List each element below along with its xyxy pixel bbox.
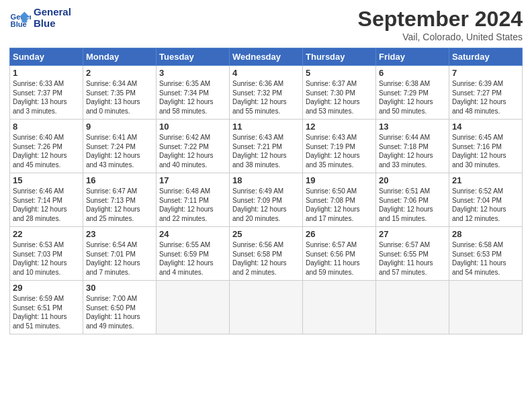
- calendar-cell: 23Sunrise: 6:54 AM Sunset: 7:01 PM Dayli…: [83, 227, 157, 281]
- calendar-cell: [303, 281, 376, 334]
- calendar-cell: 6Sunrise: 6:38 AM Sunset: 7:29 PM Daylig…: [376, 66, 449, 120]
- calendar-cell: 2Sunrise: 6:34 AM Sunset: 7:35 PM Daylig…: [83, 66, 157, 120]
- month-title: September 2024: [358, 7, 523, 32]
- day-info: Sunrise: 6:47 AM Sunset: 7:13 PM Dayligh…: [86, 187, 153, 223]
- calendar-cell: 21Sunrise: 6:52 AM Sunset: 7:04 PM Dayli…: [449, 173, 523, 227]
- calendar-cell: 18Sunrise: 6:49 AM Sunset: 7:09 PM Dayli…: [230, 173, 303, 227]
- day-info: Sunrise: 6:45 AM Sunset: 7:16 PM Dayligh…: [452, 133, 519, 169]
- day-info: Sunrise: 6:48 AM Sunset: 7:11 PM Dayligh…: [159, 187, 226, 223]
- day-info: Sunrise: 6:40 AM Sunset: 7:26 PM Dayligh…: [13, 133, 80, 169]
- day-number: 19: [306, 175, 373, 185]
- day-info: Sunrise: 6:51 AM Sunset: 7:06 PM Dayligh…: [379, 187, 446, 223]
- day-number: 18: [232, 175, 300, 185]
- day-number: 8: [13, 122, 80, 132]
- calendar-cell: 29Sunrise: 6:59 AM Sunset: 6:51 PM Dayli…: [10, 281, 83, 334]
- day-number: 2: [86, 68, 153, 78]
- logo-line2: Blue: [34, 18, 71, 30]
- day-info: Sunrise: 6:35 AM Sunset: 7:34 PM Dayligh…: [159, 79, 226, 116]
- calendar-cell: 5Sunrise: 6:37 AM Sunset: 7:30 PM Daylig…: [303, 66, 376, 120]
- calendar-cell: 12Sunrise: 6:43 AM Sunset: 7:19 PM Dayli…: [303, 120, 376, 173]
- calendar-cell: 13Sunrise: 6:44 AM Sunset: 7:18 PM Dayli…: [376, 120, 449, 173]
- day-info: Sunrise: 6:54 AM Sunset: 7:01 PM Dayligh…: [86, 240, 153, 277]
- calendar-cell: 14Sunrise: 6:45 AM Sunset: 7:16 PM Dayli…: [449, 120, 523, 173]
- weekday-header: SundayMondayTuesdayWednesdayThursdayFrid…: [10, 48, 523, 66]
- day-number: 24: [159, 229, 226, 239]
- day-number: 1: [13, 68, 80, 78]
- day-number: 16: [86, 175, 153, 185]
- day-number: 4: [232, 68, 300, 78]
- calendar-cell: 28Sunrise: 6:58 AM Sunset: 6:53 PM Dayli…: [449, 227, 523, 281]
- day-number: 17: [159, 175, 226, 185]
- day-info: Sunrise: 6:52 AM Sunset: 7:04 PM Dayligh…: [452, 187, 519, 223]
- week-row-4: 22Sunrise: 6:53 AM Sunset: 7:03 PM Dayli…: [10, 227, 523, 281]
- weekday-friday: Friday: [376, 48, 449, 66]
- calendar-table: SundayMondayTuesdayWednesdayThursdayFrid…: [9, 48, 523, 334]
- day-number: 30: [86, 283, 153, 293]
- day-info: Sunrise: 6:36 AM Sunset: 7:32 PM Dayligh…: [232, 79, 300, 116]
- day-number: 28: [452, 229, 519, 239]
- calendar-cell: 10Sunrise: 6:42 AM Sunset: 7:22 PM Dayli…: [157, 120, 230, 173]
- day-info: Sunrise: 6:59 AM Sunset: 6:51 PM Dayligh…: [13, 294, 80, 330]
- calendar-cell: [449, 281, 523, 334]
- day-number: 21: [452, 175, 519, 185]
- day-info: Sunrise: 6:33 AM Sunset: 7:37 PM Dayligh…: [13, 79, 80, 116]
- weekday-sunday: Sunday: [10, 48, 83, 66]
- day-info: Sunrise: 6:37 AM Sunset: 7:30 PM Dayligh…: [306, 79, 373, 116]
- calendar-cell: 30Sunrise: 7:00 AM Sunset: 6:50 PM Dayli…: [83, 281, 157, 334]
- day-number: 20: [379, 175, 446, 185]
- day-number: 11: [232, 122, 300, 132]
- calendar-cell: 8Sunrise: 6:40 AM Sunset: 7:26 PM Daylig…: [10, 120, 83, 173]
- day-number: 3: [159, 68, 226, 78]
- weekday-tuesday: Tuesday: [157, 48, 230, 66]
- day-number: 14: [452, 122, 519, 132]
- week-row-1: 1Sunrise: 6:33 AM Sunset: 7:37 PM Daylig…: [10, 66, 523, 120]
- calendar-cell: [230, 281, 303, 334]
- day-info: Sunrise: 6:57 AM Sunset: 6:55 PM Dayligh…: [379, 240, 446, 277]
- day-number: 29: [13, 283, 80, 293]
- day-info: Sunrise: 6:42 AM Sunset: 7:22 PM Dayligh…: [159, 133, 226, 169]
- calendar-cell: 16Sunrise: 6:47 AM Sunset: 7:13 PM Dayli…: [83, 173, 157, 227]
- day-number: 25: [232, 229, 300, 239]
- day-number: 9: [86, 122, 153, 132]
- day-info: Sunrise: 6:49 AM Sunset: 7:09 PM Dayligh…: [232, 187, 300, 223]
- day-number: 7: [452, 68, 519, 78]
- weekday-monday: Monday: [83, 48, 157, 66]
- week-row-5: 29Sunrise: 6:59 AM Sunset: 6:51 PM Dayli…: [10, 281, 523, 334]
- calendar-cell: 19Sunrise: 6:50 AM Sunset: 7:08 PM Dayli…: [303, 173, 376, 227]
- day-info: Sunrise: 6:39 AM Sunset: 7:27 PM Dayligh…: [452, 79, 519, 116]
- day-number: 23: [86, 229, 153, 239]
- calendar-cell: 26Sunrise: 6:57 AM Sunset: 6:56 PM Dayli…: [303, 227, 376, 281]
- calendar-cell: 9Sunrise: 6:41 AM Sunset: 7:24 PM Daylig…: [83, 120, 157, 173]
- day-number: 22: [13, 229, 80, 239]
- day-number: 15: [13, 175, 80, 185]
- calendar-cell: 15Sunrise: 6:46 AM Sunset: 7:14 PM Dayli…: [10, 173, 83, 227]
- day-info: Sunrise: 6:55 AM Sunset: 6:59 PM Dayligh…: [159, 240, 226, 277]
- day-info: Sunrise: 6:43 AM Sunset: 7:19 PM Dayligh…: [306, 133, 373, 169]
- day-info: Sunrise: 6:43 AM Sunset: 7:21 PM Dayligh…: [232, 133, 300, 169]
- calendar-cell: 27Sunrise: 6:57 AM Sunset: 6:55 PM Dayli…: [376, 227, 449, 281]
- day-number: 27: [379, 229, 446, 239]
- day-number: 5: [306, 68, 373, 78]
- day-info: Sunrise: 6:41 AM Sunset: 7:24 PM Dayligh…: [86, 133, 153, 169]
- logo: General Blue General Blue: [9, 7, 71, 29]
- weekday-saturday: Saturday: [449, 48, 523, 66]
- day-info: Sunrise: 6:58 AM Sunset: 6:53 PM Dayligh…: [452, 240, 519, 277]
- day-info: Sunrise: 6:53 AM Sunset: 7:03 PM Dayligh…: [13, 240, 80, 277]
- day-number: 6: [379, 68, 446, 78]
- calendar-cell: 20Sunrise: 6:51 AM Sunset: 7:06 PM Dayli…: [376, 173, 449, 227]
- day-info: Sunrise: 7:00 AM Sunset: 6:50 PM Dayligh…: [86, 294, 153, 330]
- calendar-cell: 17Sunrise: 6:48 AM Sunset: 7:11 PM Dayli…: [157, 173, 230, 227]
- calendar-body: 1Sunrise: 6:33 AM Sunset: 7:37 PM Daylig…: [10, 66, 523, 334]
- logo-line1: General: [34, 7, 71, 18]
- weekday-thursday: Thursday: [303, 48, 376, 66]
- calendar-cell: 7Sunrise: 6:39 AM Sunset: 7:27 PM Daylig…: [449, 66, 523, 120]
- day-info: Sunrise: 6:50 AM Sunset: 7:08 PM Dayligh…: [306, 187, 373, 223]
- week-row-3: 15Sunrise: 6:46 AM Sunset: 7:14 PM Dayli…: [10, 173, 523, 227]
- week-row-2: 8Sunrise: 6:40 AM Sunset: 7:26 PM Daylig…: [10, 120, 523, 173]
- day-number: 26: [306, 229, 373, 239]
- calendar-cell: 11Sunrise: 6:43 AM Sunset: 7:21 PM Dayli…: [230, 120, 303, 173]
- calendar-cell: 24Sunrise: 6:55 AM Sunset: 6:59 PM Dayli…: [157, 227, 230, 281]
- calendar-cell: 22Sunrise: 6:53 AM Sunset: 7:03 PM Dayli…: [10, 227, 83, 281]
- calendar-cell: [376, 281, 449, 334]
- day-number: 13: [379, 122, 446, 132]
